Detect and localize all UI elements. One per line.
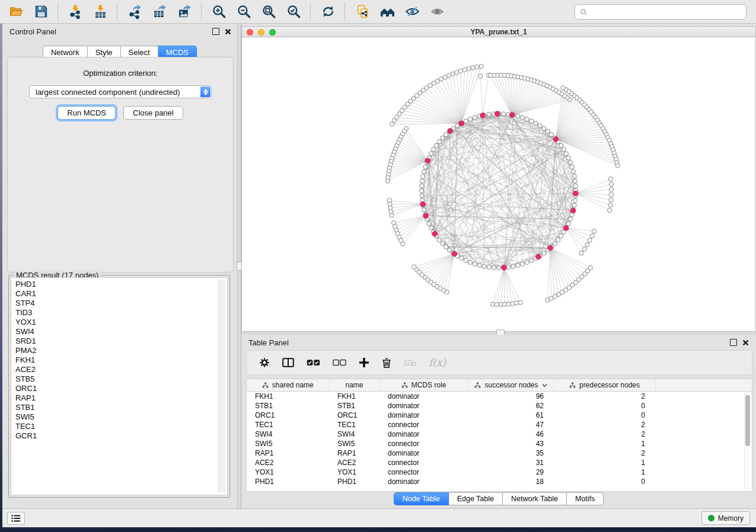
mcds-result-item[interactable]: SRD1 (15, 336, 227, 346)
cell-predecessor_nodes[interactable]: 2 (554, 420, 655, 430)
column-header-successor-nodes[interactable]: successor nodes (468, 379, 554, 392)
cell-successor_nodes[interactable]: 35 (468, 448, 554, 458)
close-panel-icon[interactable] (742, 339, 749, 346)
table-row[interactable]: ORC1ORC1dominator610 (247, 411, 752, 420)
cell-mcds_role[interactable]: dominator (379, 392, 468, 402)
export-network-button[interactable] (122, 2, 147, 22)
cell-name[interactable]: STB1 (329, 401, 379, 411)
cell-mcds_role[interactable]: dominator (379, 477, 468, 486)
network-canvas[interactable] (241, 37, 756, 332)
cell-predecessor_nodes[interactable]: 1 (554, 467, 655, 477)
zoom-fit-button[interactable] (256, 2, 281, 22)
cell-predecessor_nodes[interactable]: 1 (554, 439, 655, 448)
mcds-result-item[interactable]: ORC1 (15, 384, 227, 393)
zoom-in-button[interactable] (206, 2, 231, 22)
table-row[interactable]: PHD1PHD1dominator180 (247, 477, 752, 486)
cell-shared_name[interactable]: TEC1 (247, 420, 329, 430)
zoom-selected-button[interactable] (281, 2, 306, 22)
cell-mcds_role[interactable]: connector (379, 420, 468, 430)
cell-name[interactable]: PHD1 (329, 477, 379, 486)
minimize-window-icon[interactable] (258, 29, 264, 36)
table-row[interactable]: RAP1RAP1dominator352 (247, 448, 752, 458)
cell-successor_nodes[interactable]: 96 (468, 392, 554, 402)
cell-shared_name[interactable]: SWI5 (247, 439, 329, 448)
cell-name[interactable]: FKH1 (329, 392, 379, 402)
hide-selected-button[interactable] (400, 2, 425, 22)
column-header-predecessor-nodes[interactable]: predecessor nodes (554, 379, 655, 392)
mcds-list-scrollbar[interactable] (218, 280, 225, 493)
mcds-result-item[interactable]: STB1 (15, 403, 227, 412)
cell-name[interactable]: RAP1 (329, 448, 379, 458)
cell-name[interactable]: ORC1 (329, 411, 379, 420)
first-neighbors-button[interactable] (375, 2, 400, 22)
table-row[interactable]: FKH1FKH1dominator962 (247, 392, 752, 402)
cell-mcds_role[interactable]: connector (379, 439, 468, 448)
table-row[interactable]: SWI5SWI5connector431 (247, 439, 752, 448)
criterion-dropdown[interactable]: largest connected component (undirected) (29, 85, 212, 98)
mcds-result-item[interactable]: TEC1 (15, 422, 227, 431)
tab-edge-table[interactable]: Edge Table (449, 492, 503, 505)
cell-name[interactable]: SWI4 (329, 430, 379, 439)
cell-shared_name[interactable]: ACE2 (247, 458, 329, 467)
cell-name[interactable]: TEC1 (329, 420, 379, 430)
cell-predecessor_nodes[interactable]: 0 (554, 401, 655, 411)
run-mcds-button[interactable]: Run MCDS (58, 106, 116, 120)
mcds-result-item[interactable]: PHD1 (15, 280, 227, 289)
cell-shared_name[interactable]: SWI4 (247, 430, 329, 439)
table-row[interactable]: STB1STB1dominator620 (247, 401, 752, 411)
cell-successor_nodes[interactable]: 62 (468, 401, 554, 411)
cell-predecessor_nodes[interactable]: 2 (554, 448, 655, 458)
select-all-columns-button[interactable] (307, 359, 320, 366)
export-image-button[interactable] (172, 2, 197, 22)
show-all-button[interactable] (425, 2, 449, 22)
cell-successor_nodes[interactable]: 46 (468, 430, 554, 439)
mcds-result-item[interactable]: FKH1 (15, 355, 227, 365)
mcds-result-item[interactable]: TID3 (15, 308, 227, 318)
mcds-result-item[interactable]: SWI5 (15, 412, 227, 422)
tab-motifs[interactable]: Motifs (567, 492, 604, 505)
close-panel-icon[interactable] (225, 28, 231, 35)
cell-mcds_role[interactable]: dominator (379, 411, 468, 420)
cell-successor_nodes[interactable]: 29 (468, 467, 554, 477)
cell-mcds_role[interactable]: dominator (379, 430, 468, 439)
mcds-result-item[interactable]: YOX1 (15, 318, 227, 327)
table-scrollbar-thumb[interactable] (745, 395, 750, 446)
cell-mcds_role[interactable]: connector (379, 458, 468, 467)
cell-shared_name[interactable]: ORC1 (247, 411, 329, 420)
cell-shared_name[interactable]: RAP1 (247, 448, 329, 458)
add-column-button[interactable] (359, 357, 369, 368)
cell-successor_nodes[interactable]: 31 (468, 458, 554, 467)
cell-mcds_role[interactable]: connector (379, 467, 468, 477)
mcds-result-item[interactable]: STB5 (15, 374, 227, 384)
cell-name[interactable]: SWI5 (329, 439, 379, 448)
cell-mcds_role[interactable]: dominator (379, 448, 468, 458)
vertical-splitter[interactable] (237, 24, 241, 508)
clone-network-button[interactable] (350, 2, 375, 22)
cell-shared_name[interactable]: FKH1 (247, 392, 329, 402)
cell-predecessor_nodes[interactable]: 1 (554, 458, 655, 467)
mcds-result-item[interactable]: GCR1 (15, 431, 227, 441)
cell-predecessor_nodes[interactable]: 0 (554, 411, 655, 420)
mcds-result-item[interactable]: SWI4 (15, 327, 227, 336)
memory-button[interactable]: Memory (701, 511, 750, 525)
import-table-button[interactable] (88, 2, 113, 22)
mcds-result-item[interactable]: ACE2 (15, 365, 227, 374)
mcds-result-item[interactable]: STP4 (15, 299, 227, 308)
mcds-result-item[interactable]: PMA2 (15, 346, 227, 355)
cell-predecessor_nodes[interactable]: 2 (554, 392, 655, 402)
open-file-button[interactable] (4, 2, 28, 22)
table-row[interactable]: YOX1YOX1connector291 (247, 467, 752, 477)
mcds-result-item[interactable]: RAP1 (15, 393, 227, 403)
cell-successor_nodes[interactable]: 47 (468, 420, 554, 430)
split-view-button[interactable] (282, 358, 294, 367)
column-header-name[interactable]: name (329, 379, 379, 392)
float-panel-icon[interactable] (730, 339, 737, 346)
column-header-mcds-role[interactable]: MCDS role (379, 379, 468, 392)
delete-column-button[interactable] (382, 357, 391, 368)
cell-mcds_role[interactable]: dominator (379, 401, 468, 411)
cell-successor_nodes[interactable]: 61 (468, 411, 554, 420)
cell-shared_name[interactable]: YOX1 (247, 467, 329, 477)
cell-successor_nodes[interactable]: 43 (468, 439, 554, 448)
column-header-shared-name[interactable]: shared name (247, 379, 329, 392)
mcds-result-item[interactable]: CAR1 (15, 289, 227, 299)
